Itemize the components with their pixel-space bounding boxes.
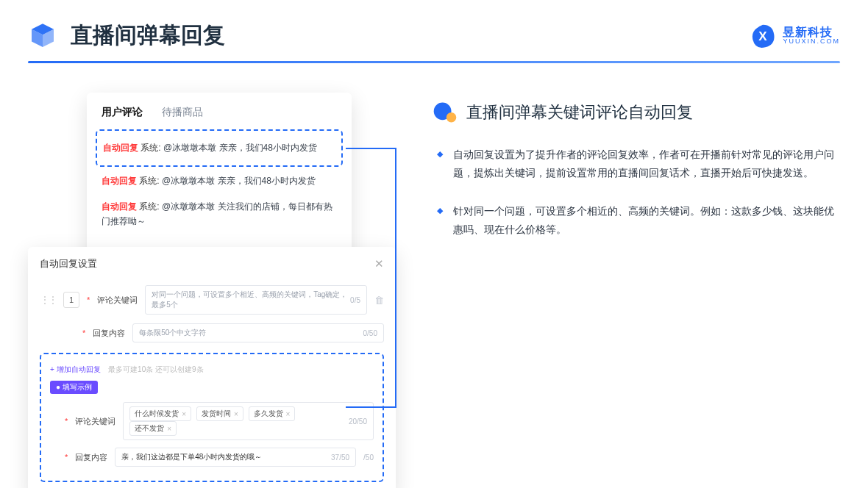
chip-remove-icon[interactable]: × <box>182 410 186 418</box>
brand-block: X 昱新科技 YUUXIN.COM <box>750 24 840 49</box>
comment-row: 自动回复 系统: @冰墩墩本墩 亲亲，我们48小时内发货 <box>102 168 337 194</box>
brand-name-cn: 昱新科技 <box>783 26 840 39</box>
system-label: 系统: <box>139 201 159 212</box>
comment-text: @冰墩墩本墩 关注我们的店铺，每日都有热门推荐呦～ <box>102 201 332 226</box>
cube-icon <box>28 21 57 51</box>
comment-text: @冰墩墩本墩 亲亲，我们48小时内发货 <box>162 176 316 186</box>
required-dot: * <box>65 453 68 462</box>
ex-reply-counter: 37/50 <box>331 453 349 462</box>
section-heading: 直播间弹幕关键词评论自动回复 <box>433 100 840 125</box>
bullet-item: 针对同一个问题，可设置多个相近的、高频的关键词。例如：这款多少钱、这块能优惠吗、… <box>453 202 840 238</box>
chip-remove-icon[interactable]: × <box>286 410 291 418</box>
keyword-chip[interactable]: 还不发货× <box>129 421 177 436</box>
required-dot: * <box>65 417 68 426</box>
brand-logo-icon: X <box>750 24 775 49</box>
tabs: 用户评论 待播商品 <box>102 106 337 119</box>
settings-title: 自动回复设置 <box>40 257 97 270</box>
comment-text: @冰墩墩本墩 亲亲，我们48小时内发货 <box>163 143 317 153</box>
tab-pending-goods[interactable]: 待播商品 <box>162 106 203 119</box>
ex-keyword-label: 评论关键词 <box>75 416 115 427</box>
highlighted-comment-row: 自动回复 系统: @冰墩墩本墩 亲亲，我们48小时内发货 <box>96 129 343 167</box>
ex-reply-label: 回复内容 <box>75 452 107 463</box>
system-label: 系统: <box>139 176 159 186</box>
example-reply-row: * 回复内容 亲，我们这边都是下单48小时内发货的哦～ 37/50 /50 <box>50 444 374 470</box>
auto-reply-tag: 自动回复 <box>103 143 138 153</box>
close-icon[interactable]: ✕ <box>374 257 384 270</box>
svg-text:X: X <box>759 29 768 43</box>
auto-reply-tag: 自动回复 <box>102 176 137 186</box>
settings-card: 自动回复设置 ✕ ⋮⋮ 1 * 评论关键词 对同一个问题，可设置多个相近、高频的… <box>28 247 396 488</box>
reply-counter: 0/50 <box>363 329 377 337</box>
reply-placeholder: 每条限50个中文字符 <box>139 328 206 338</box>
keyword-chip[interactable]: 多久发货× <box>249 406 296 421</box>
screenshot-collage: 用户评论 待播商品 自动回复 系统: @冰墩墩本墩 亲亲，我们48小时内发货 自… <box>28 93 403 438</box>
chat-bubble-icon <box>433 100 458 125</box>
form-row-keyword: ⋮⋮ 1 * 评论关键词 对同一个问题，可设置多个相近、高频的关键词，Tag确定… <box>40 281 384 319</box>
delete-icon[interactable]: 🗑 <box>374 295 384 306</box>
example-block: + 增加自动回复 最多可建10条 还可以创建9条 ● 填写示例 * 评论关键词 … <box>40 353 384 482</box>
add-autoreply-link[interactable]: + 增加自动回复 <box>50 365 101 373</box>
tail-counter: /50 <box>363 453 374 462</box>
header: 直播间弹幕回复 X 昱新科技 YUUXIN.COM <box>0 0 868 51</box>
auto-reply-tag: 自动回复 <box>102 201 137 212</box>
row-number-badge: 1 <box>63 292 79 308</box>
tab-user-comments[interactable]: 用户评论 <box>102 106 143 119</box>
keyword-placeholder: 对同一个问题，可设置多个相近、高频的关键词，Tag确定，最多5个 <box>152 290 350 310</box>
section-title: 直播间弹幕关键词评论自动回复 <box>466 101 693 123</box>
example-keyword-row: * 评论关键词 什么时候发货× 发货时间× 多久发货× 还不发货× 20/50 <box>50 398 374 444</box>
brand-name-en: YUUXIN.COM <box>783 38 840 46</box>
ex-reply-input[interactable]: 亲，我们这边都是下单48小时内发货的哦～ 37/50 <box>115 448 356 467</box>
reply-input[interactable]: 每条限50个中文字符 0/50 <box>132 323 384 342</box>
ex-reply-value: 亲，我们这边都是下单48小时内发货的哦～ <box>121 452 262 462</box>
keyword-label: 评论关键词 <box>97 295 138 306</box>
keyword-input[interactable]: 对同一个问题，可设置多个相近、高频的关键词，Tag确定，最多5个 0/5 <box>145 285 367 315</box>
form-row-reply: * 回复内容 每条限50个中文字符 0/50 <box>40 319 384 347</box>
required-dot: * <box>87 295 90 304</box>
header-left: 直播间弹幕回复 <box>28 21 225 51</box>
required-dot: * <box>82 329 85 337</box>
chip-remove-icon[interactable]: × <box>234 410 238 418</box>
keyword-counter: 0/5 <box>350 296 360 304</box>
system-label: 系统: <box>140 143 160 153</box>
chip-remove-icon[interactable]: × <box>167 425 171 433</box>
keyword-chip[interactable]: 发货时间× <box>196 406 243 421</box>
drag-handle-icon[interactable]: ⋮⋮ <box>40 294 56 306</box>
page-title: 直播间弹幕回复 <box>71 21 225 51</box>
ex-keyword-input[interactable]: 什么时候发货× 发货时间× 多久发货× 还不发货× 20/50 <box>123 402 374 440</box>
settings-header: 自动回复设置 ✕ <box>40 257 384 270</box>
reply-label: 回复内容 <box>93 328 125 339</box>
comment-row: 自动回复 系统: @冰墩墩本墩 关注我们的店铺，每日都有热门推荐呦～ <box>102 194 337 234</box>
ex-keyword-counter: 20/50 <box>349 417 367 426</box>
svg-point-2 <box>447 112 457 123</box>
bullet-item: 自动回复设置为了提升作者的评论回复效率，作者可在开播前针对常见的评论用户问题，提… <box>453 146 840 182</box>
add-hint-text: 最多可建10条 还可以创建9条 <box>108 365 203 373</box>
explanation-panel: 直播间弹幕关键词评论自动回复 自动回复设置为了提升作者的评论回复效率，作者可在开… <box>433 93 840 438</box>
comment-row: 自动回复 系统: @冰墩墩本墩 亲亲，我们48小时内发货 <box>103 135 335 161</box>
example-badge: ● 填写示例 <box>50 381 98 394</box>
keyword-chip[interactable]: 什么时候发货× <box>129 406 191 421</box>
bullet-list: 自动回复设置为了提升作者的评论回复效率，作者可在开播前针对常见的评论用户问题，提… <box>433 146 840 238</box>
